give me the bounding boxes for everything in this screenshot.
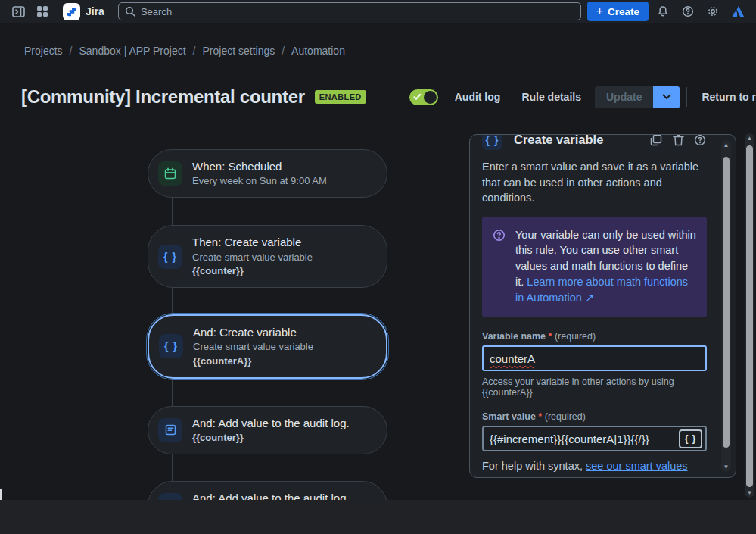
help-icon[interactable] [693,134,707,147]
scrollbar-thumb[interactable] [746,145,753,487]
search-input[interactable]: Search [118,2,581,20]
app-switcher-icon[interactable] [33,2,52,21]
update-button-group: Update [595,86,680,108]
step-smart-value: {{counter}} [192,431,372,445]
required-asterisk: * [549,331,552,342]
check-icon [413,93,422,101]
atlassian-logo[interactable] [728,2,748,21]
product-name: Jira [86,5,104,17]
scroll-down-arrow[interactable]: ▼ [745,489,754,496]
step-subtitle: Create smart value variable [192,251,372,264]
calendar-icon [158,161,182,186]
breadcrumb-project-settings[interactable]: Project settings [203,45,275,57]
create-variable-panel: { } Create variable [469,134,736,478]
variable-name-helper: Access your variable in other actions by… [482,376,707,398]
step-title: When: Scheduled [192,159,372,174]
math-functions-link[interactable]: Learn more about math functions in Autom… [515,276,688,304]
copy-icon[interactable] [649,134,663,147]
create-button-label: Create [608,6,639,17]
scroll-up-arrow[interactable]: ▲ [721,142,731,148]
step-title: And: Create variable [193,325,371,340]
rule-header: [Community] Incremental counter ENABLED … [21,80,733,114]
scrollbar-thumb[interactable] [723,157,730,448]
search-icon [125,6,135,17]
return-to-rules-link[interactable]: Return to rules [702,91,756,103]
audit-log-icon [158,418,182,442]
page-scrollbar[interactable]: ▲ ▼ [745,133,754,498]
step-subtitle: Create smart value variable [193,340,371,354]
smart-value-field[interactable]: {{#increment}}{{counterA|1}}{{/}} { } [482,426,707,451]
step-subtitle: Every week on Sun at 9:00 AM [192,174,372,188]
variable-name-field[interactable]: counterA [482,345,707,371]
status-badge: ENABLED [315,90,366,104]
breadcrumb-automation[interactable]: Automation [291,45,345,57]
step-card-audit-log-1[interactable]: And: Add value to the audit log. {{count… [148,406,387,454]
step-card-trigger-scheduled[interactable]: When: Scheduled Every week on Sun at 9:0… [148,149,387,198]
breadcrumb: Projects / Sandbox | APP Project / Proje… [24,45,345,57]
audit-log-link[interactable]: Audit log [455,91,501,103]
variable-name-value: counterA [490,352,535,365]
delete-icon[interactable] [671,134,685,147]
page-title: [Community] Incremental counter [21,86,305,108]
chevron-down-icon [662,94,671,100]
smart-value-label: Smart value * (required) [482,411,707,422]
step-card-then-create-variable[interactable]: { } Then: Create variable Create smart v… [148,225,387,288]
scroll-up-arrow[interactable]: ▲ [745,135,754,142]
panel-scrollbar[interactable]: ▲ ▼ [721,140,731,472]
braces-icon: { } [159,334,183,358]
update-dropdown-button[interactable] [653,86,680,108]
step-card-and-create-variable[interactable]: { } And: Create variable Create smart va… [148,314,387,379]
jira-logo[interactable] [63,3,80,20]
window-bottom-band [0,500,756,534]
rule-enabled-toggle[interactable] [409,89,438,105]
help-icon[interactable] [678,2,698,21]
header-divider [686,87,687,107]
step-title: Then: Create variable [192,235,372,250]
smart-value-picker-button[interactable]: { } [679,429,702,448]
update-button[interactable]: Update [595,86,653,108]
window-edge-sliver [0,489,2,500]
step-smart-value: {{counter}} [192,264,372,278]
rule-details-link[interactable]: Rule details [521,91,581,103]
plus-icon: + [596,5,603,17]
breadcrumb-projects[interactable]: Projects [24,45,63,57]
settings-icon[interactable] [703,2,723,21]
sidebar-toggle-icon[interactable] [8,2,28,21]
step-smart-value: {{counterA}} [193,354,371,368]
notifications-icon[interactable] [653,2,673,21]
breadcrumb-project[interactable]: Sandbox | APP Project [79,45,185,57]
braces-icon: { } [158,245,182,269]
toggle-knob [424,91,437,104]
smart-value-value: {{#increment}}{{counterA|1}}{{/}} [490,433,679,445]
panel-description: Enter a smart value and save it as a var… [482,159,707,206]
search-placeholder: Search [141,6,172,17]
braces-icon: { } [482,134,502,150]
info-box: Your variable can only be used within th… [482,217,707,318]
scroll-down-arrow[interactable]: ▼ [721,464,731,470]
variable-name-label: Variable name * (required) [482,331,707,342]
rule-canvas: When: Scheduled Every week on Sun at 9:0… [148,149,387,530]
panel-title: Create variable [514,134,603,147]
question-circle-icon [493,229,506,306]
top-navigation-bar: Jira Search + Create [0,0,756,23]
smart-value-helper: For help with syntax, see our smart valu… [482,458,707,478]
required-asterisk: * [538,411,542,422]
step-title: And: Add value to the audit log. [192,416,372,431]
create-button[interactable]: + Create [587,2,649,21]
panel-header: { } Create variable [482,134,707,150]
